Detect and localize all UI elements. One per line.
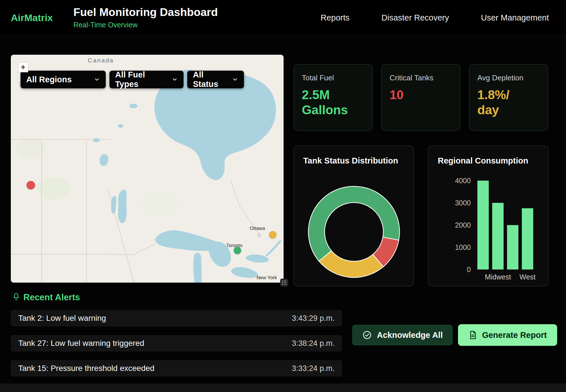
chevron-down-icon (94, 76, 100, 83)
map-filters: All Regions All Fuel Types All Status (21, 71, 244, 88)
bar-0 (477, 181, 489, 270)
generate-report-label: Generate Report (482, 330, 547, 340)
stat-card-total-fuel: Total Fuel 2.5M Gallons (294, 64, 372, 131)
filter-status-select[interactable]: All Status (187, 71, 244, 88)
resize-grip-handle[interactable] (280, 279, 288, 287)
tank-status-distribution-card: Tank Status Distribution (294, 146, 414, 286)
chevron-down-icon (232, 76, 238, 83)
map-canvas[interactable] (11, 55, 284, 283)
alert-message: Tank 15: Pressure threshold exceeded (18, 364, 154, 373)
alert-timestamp: 3:38:24 p.m. (292, 339, 335, 348)
ottawa-city-dot (258, 234, 261, 237)
stat-value-total-fuel: 2.5M Gallons (302, 87, 364, 118)
tank-marker-critical[interactable] (27, 181, 35, 189)
map-label-canada: Canada (88, 57, 114, 64)
alert-row: Tank 15: Pressure threshold exceeded 3:3… (11, 360, 342, 377)
stat-value-critical-tanks: 10 (390, 87, 452, 103)
donut-chart (308, 186, 400, 278)
filter-fuel-types-select[interactable]: All Fuel Types (109, 71, 184, 88)
alert-row: Tank 27: Low fuel warning triggered 3:38… (11, 335, 342, 352)
x-tick-midwest: Midwest (485, 273, 511, 281)
y-tick: 1000 (455, 243, 471, 252)
filter-regions-value: All Regions (26, 75, 72, 84)
header: AirMatrix Fuel Monitoring Dashboard Real… (0, 0, 566, 36)
stat-label: Critical Tanks (390, 74, 452, 82)
grip-dots-icon (282, 280, 287, 285)
tank-marker-normal[interactable] (234, 247, 241, 254)
stat-card-avg-depletion: Avg Depletion 1.8%/ day (469, 64, 548, 131)
nav-item-user-management[interactable]: User Management (481, 13, 549, 23)
bar-2 (507, 225, 518, 270)
stat-card-critical-tanks: Critical Tanks 10 (381, 64, 460, 131)
acknowledge-all-label: Acknowledge All (377, 330, 443, 340)
title-block: Fuel Monitoring Dashboard Real-Time Over… (73, 6, 218, 29)
filter-fuel-types-value: All Fuel Types (115, 70, 168, 89)
y-tick: 4000 (455, 177, 471, 185)
alert-timestamp: 3:33:24 p.m. (292, 364, 335, 373)
y-axis: 4000 3000 2000 1000 0 (428, 146, 473, 286)
map-label-new-york: New York (256, 275, 277, 281)
alert-message: Tank 27: Low fuel warning triggered (18, 339, 144, 348)
y-tick: 2000 (455, 221, 471, 229)
tank-marker-warning[interactable] (269, 231, 276, 238)
stat-label: Avg Depletion (477, 74, 540, 82)
check-circle-icon (362, 330, 372, 340)
generate-report-button[interactable]: Generate Report (458, 324, 557, 346)
y-tick: 0 (467, 266, 471, 274)
bar-1 (492, 203, 504, 270)
chart-title: Tank Status Distribution (303, 156, 398, 166)
bar-chart (477, 181, 533, 270)
nav-item-reports[interactable]: Reports (321, 13, 350, 23)
x-tick-west: West (520, 273, 536, 281)
map-label-ottawa: Ottawa (250, 226, 265, 231)
page-title: Fuel Monitoring Dashboard (73, 6, 218, 19)
document-icon (468, 330, 477, 340)
brand-logo[interactable]: AirMatrix (11, 12, 53, 23)
filter-status-value: All Status (193, 70, 228, 89)
nav-item-disaster-recovery[interactable]: Disaster Recovery (382, 13, 449, 23)
alert-message: Tank 2: Low fuel warning (18, 314, 106, 323)
bell-icon (12, 292, 21, 301)
stat-label: Total Fuel (302, 74, 364, 82)
chevron-down-icon (172, 76, 178, 83)
zoom-in-button[interactable]: + (18, 62, 28, 72)
footer-bar (0, 383, 566, 392)
map-panel[interactable]: Canada Ottawa Toronto New York + − All R… (11, 55, 284, 283)
stat-value-avg-depletion: 1.8%/ day (477, 87, 540, 118)
bar-3 (522, 208, 533, 270)
recent-alerts-heading: Recent Alerts (23, 292, 80, 303)
page-subtitle: Real-Time Overview (73, 21, 218, 29)
filter-regions-select[interactable]: All Regions (21, 71, 106, 88)
regional-consumption-card: Regional Consumption 4000 3000 2000 1000… (428, 146, 549, 286)
y-tick: 3000 (455, 199, 471, 207)
main-nav: Reports Disaster Recovery User Managemen… (321, 13, 549, 23)
acknowledge-all-button[interactable]: Acknowledge All (352, 325, 453, 345)
alert-row: Tank 2: Low fuel warning 3:43:29 p.m. (11, 310, 342, 326)
alert-timestamp: 3:43:29 p.m. (292, 314, 335, 323)
